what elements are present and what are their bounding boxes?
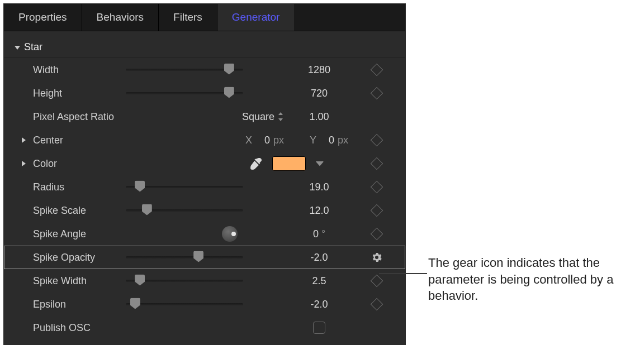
keyframe-width[interactable] xyxy=(372,65,381,74)
value-par[interactable]: 1.00 xyxy=(286,111,353,123)
value-width[interactable]: 1280 xyxy=(286,64,353,76)
row-epsilon: Epsilon -2.0 xyxy=(4,293,405,316)
value-spike-scale[interactable]: 12.0 xyxy=(286,205,353,217)
row-width: Width 1280 xyxy=(4,58,405,82)
tab-generator[interactable]: Generator xyxy=(217,4,295,31)
diamond-icon xyxy=(371,64,383,76)
diamond-icon xyxy=(371,275,383,288)
param-rows: Width 1280 Height 720 Pixel As xyxy=(4,58,405,339)
tab-filters[interactable]: Filters xyxy=(159,4,217,31)
diamond-icon xyxy=(371,134,383,147)
disclosure-down-icon xyxy=(14,44,21,51)
param-group-header[interactable]: Star xyxy=(4,39,405,58)
value-spike-opacity[interactable]: -2.0 xyxy=(286,252,353,264)
diamond-icon xyxy=(371,87,383,100)
row-spike-scale: Spike Scale 12.0 xyxy=(4,199,405,222)
color-controls xyxy=(126,156,353,171)
label-spike-opacity: Spike Opacity xyxy=(4,252,126,264)
color-swatch[interactable] xyxy=(272,156,306,171)
keyframe-height[interactable] xyxy=(372,89,381,98)
center-y-unit: px xyxy=(338,135,348,146)
center-y-value[interactable]: 0 xyxy=(320,135,334,146)
group-title: Star xyxy=(24,41,42,53)
row-center: Center X 0 px Y 0 px xyxy=(4,128,405,152)
center-values: X 0 px Y 0 px xyxy=(126,135,353,146)
row-spike-width: Spike Width 2.5 xyxy=(4,269,405,293)
diamond-icon xyxy=(371,298,383,311)
keyframe-radius[interactable] xyxy=(372,183,381,191)
slider-spike-width[interactable] xyxy=(126,269,243,293)
gear-icon xyxy=(372,252,382,262)
disclosure-center[interactable] xyxy=(21,137,26,143)
label-spike-angle: Spike Angle xyxy=(4,228,126,240)
updown-icon xyxy=(278,112,283,121)
slider-epsilon[interactable] xyxy=(126,293,243,316)
center-x-value[interactable]: 0 xyxy=(255,135,270,146)
row-spike-angle: Spike Angle 0 ° xyxy=(4,222,405,246)
diamond-icon xyxy=(371,181,383,194)
disclosure-color[interactable] xyxy=(21,160,26,167)
row-color: Color xyxy=(4,152,405,175)
slider-height[interactable] xyxy=(126,82,243,105)
tab-properties[interactable]: Properties xyxy=(4,4,82,31)
dial-spike-angle-wrap xyxy=(126,226,243,242)
eyedropper-button[interactable] xyxy=(250,157,262,170)
keyframe-spike-angle[interactable] xyxy=(372,229,381,238)
disclosure-right-icon xyxy=(21,137,26,143)
unit-degree: ° xyxy=(321,228,325,240)
callout-text: The gear icon indicates that the paramet… xyxy=(428,255,624,304)
diamond-icon xyxy=(371,228,383,241)
inspector-tabs: Properties Behaviors Filters Generator xyxy=(4,4,405,31)
disclosure-right-icon xyxy=(21,160,26,167)
slider-width[interactable] xyxy=(126,58,243,82)
row-radius: Radius 19.0 xyxy=(4,175,405,199)
value-spike-angle[interactable]: 0 ° xyxy=(286,228,353,240)
diamond-icon xyxy=(371,204,383,217)
label-par: Pixel Aspect Ratio xyxy=(4,111,126,123)
keyframe-center[interactable] xyxy=(372,136,381,145)
keyframe-color[interactable] xyxy=(372,159,381,168)
label-spike-width: Spike Width xyxy=(4,275,126,287)
diamond-icon xyxy=(371,157,383,170)
dial-spike-angle[interactable] xyxy=(222,226,238,242)
eyedropper-icon xyxy=(250,157,262,170)
label-epsilon: Epsilon xyxy=(4,299,126,310)
label-publish-osc: Publish OSC xyxy=(4,322,126,334)
value-spike-width[interactable]: 2.5 xyxy=(286,275,353,287)
row-publish-osc: Publish OSC xyxy=(4,316,405,339)
select-par-value: Square xyxy=(242,111,274,123)
label-radius: Radius xyxy=(4,181,126,193)
label-spike-scale: Spike Scale xyxy=(4,205,126,217)
value-epsilon[interactable]: -2.0 xyxy=(286,299,353,310)
select-par[interactable]: Square xyxy=(126,111,286,123)
row-spike-opacity: Spike Opacity -2.0 xyxy=(4,246,405,269)
value-radius[interactable]: 19.0 xyxy=(286,181,353,193)
row-pixel-aspect-ratio: Pixel Aspect Ratio Square 1.00 xyxy=(4,105,405,128)
keyframe-spike-width[interactable] xyxy=(372,276,381,285)
center-x-label: X xyxy=(245,135,252,146)
center-x-unit: px xyxy=(273,135,284,146)
value-height[interactable]: 720 xyxy=(286,88,353,99)
keyframe-epsilon[interactable] xyxy=(372,300,381,309)
keyframe-spike-scale[interactable] xyxy=(372,206,381,215)
tab-behaviors[interactable]: Behaviors xyxy=(82,4,159,31)
chevron-down-icon[interactable] xyxy=(316,161,324,166)
inspector-panel: Properties Behaviors Filters Generator S… xyxy=(3,3,406,345)
slider-spike-scale[interactable] xyxy=(126,199,243,222)
inspector-body: Star Width 1280 Height 720 xyxy=(4,31,405,345)
behavior-indicator-spike-opacity[interactable] xyxy=(372,252,382,262)
label-width: Width xyxy=(4,64,126,76)
center-y-label: Y xyxy=(310,135,316,146)
slider-spike-opacity[interactable] xyxy=(126,246,243,269)
callout-leader-line xyxy=(379,273,427,274)
label-height: Height xyxy=(4,88,126,99)
slider-radius[interactable] xyxy=(126,175,243,199)
row-height: Height 720 xyxy=(4,82,405,105)
checkbox-publish-osc[interactable] xyxy=(313,322,325,334)
